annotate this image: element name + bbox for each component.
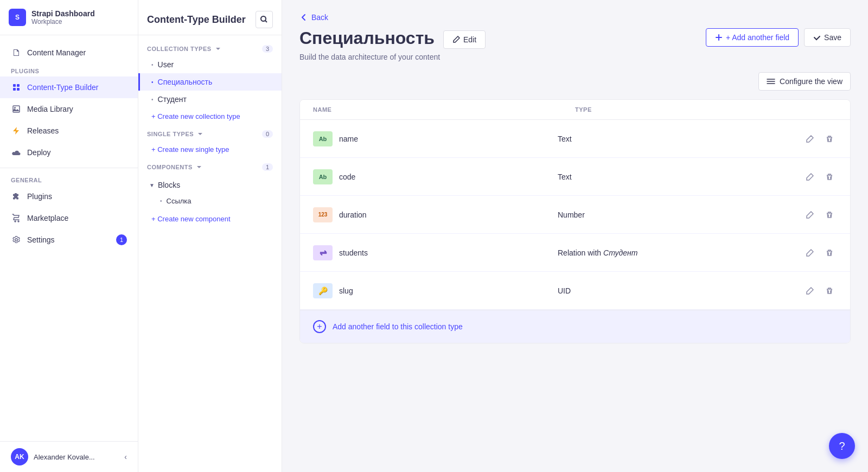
field-badge-text: Ab <box>313 169 333 184</box>
user-name: Alexander Kovale... <box>34 453 119 461</box>
delete-field-button[interactable] <box>822 283 837 298</box>
bullet-icon: • <box>151 79 154 85</box>
field-type: Relation with Студент <box>558 248 802 257</box>
add-field-button[interactable]: + Add another field <box>706 28 799 47</box>
sidebar-item-releases[interactable]: Releases <box>0 120 138 142</box>
configure-view-label: Configure the view <box>780 77 843 86</box>
sidebar-header: S Strapi Dashboard Workplace <box>0 0 138 35</box>
table-row: Ab name Text <box>300 120 850 158</box>
row-actions <box>802 283 837 298</box>
cart-icon <box>11 213 22 224</box>
title-block: Специальность Edit Build the data archit… <box>299 28 706 61</box>
component-group-toggle[interactable]: ▼ Blocks <box>138 176 282 194</box>
row-actions <box>802 207 837 222</box>
ctb-item-user[interactable]: • User <box>138 56 282 73</box>
components-label: COMPONENTS <box>147 164 202 170</box>
create-single-link[interactable]: + Create new single type <box>138 141 282 158</box>
bullet-icon: • <box>160 198 162 204</box>
general-section-label: GENERAL <box>0 173 138 186</box>
app-logo: S <box>9 9 26 26</box>
sidebar-nav: Content Manager PLUGINS Content-Type Bui… <box>0 35 138 441</box>
back-label: Back <box>311 13 328 22</box>
edit-field-button[interactable] <box>802 283 818 298</box>
sidebar-item-plugins[interactable]: Plugins <box>0 186 138 207</box>
puzzle-icon <box>11 82 22 93</box>
single-types-section: SINGLE TYPES 0 <box>138 125 282 141</box>
field-name-cell: ⇌ students <box>313 245 558 260</box>
sidebar-item-content-manager[interactable]: Content Manager <box>0 42 138 63</box>
ctb-search-button[interactable] <box>256 11 273 28</box>
page-header: Специальность Edit Build the data archit… <box>299 28 851 61</box>
add-field-footer[interactable]: + Add another field to this collection t… <box>300 310 850 343</box>
sidebar: S Strapi Dashboard Workplace Content Man… <box>0 0 138 472</box>
sidebar-item-settings[interactable]: Settings 1 <box>0 229 138 251</box>
avatar: AK <box>11 448 28 465</box>
edit-field-button[interactable] <box>802 131 818 146</box>
sidebar-item-content-type-builder[interactable]: Content-Type Builder <box>0 76 138 98</box>
sidebar-item-deploy[interactable]: Deploy <box>0 142 138 163</box>
ctb-title: Content-Type Builder <box>147 14 246 25</box>
main-content: Back Специальность Edit Build the data a… <box>282 0 868 472</box>
col-name-header: NAME <box>313 106 575 113</box>
edit-button[interactable]: Edit <box>443 30 486 49</box>
delete-field-button[interactable] <box>822 169 837 184</box>
configure-view-button[interactable]: Configure the view <box>758 72 851 91</box>
fields-table: NAME TYPE Ab name Text <box>299 99 851 343</box>
delete-field-button[interactable] <box>822 131 837 146</box>
create-component-link[interactable]: + Create new component <box>138 211 282 227</box>
field-name: slug <box>339 286 353 295</box>
single-types-label: SINGLE TYPES <box>147 131 203 137</box>
ctb-item-student[interactable]: • Студент <box>138 91 282 108</box>
bullet-icon: • <box>151 97 154 103</box>
page-title: Специальность <box>299 28 435 48</box>
components-count: 1 <box>262 163 273 171</box>
collection-types-count: 3 <box>262 45 273 53</box>
edit-field-button[interactable] <box>802 207 818 222</box>
sidebar-item-label: Content-Type Builder <box>27 83 99 92</box>
field-name: code <box>339 173 355 181</box>
table-row: Ab code Text <box>300 158 850 196</box>
field-badge-number: 123 <box>313 207 333 222</box>
help-fab[interactable]: ? <box>829 433 855 459</box>
table-row: 123 duration Number <box>300 196 850 234</box>
image-icon <box>11 104 22 114</box>
app-name: Strapi Dashboard <box>31 9 95 18</box>
sidebar-item-label: Media Library <box>27 105 73 113</box>
col-type-header: TYPE <box>575 106 837 113</box>
table-row: 🔑 slug UID <box>300 272 850 310</box>
save-button[interactable]: Save <box>804 28 851 47</box>
ctb-item-specialnost[interactable]: • Специальность <box>138 73 282 91</box>
app-workspace: Workplace <box>31 18 95 25</box>
collection-types-section: COLLECTION TYPES 3 <box>138 40 282 56</box>
table-header: NAME TYPE <box>300 100 850 120</box>
sidebar-footer: AK Alexander Kovale... ‹ <box>0 441 138 472</box>
field-type: Text <box>558 173 802 181</box>
field-name-cell: Ab name <box>313 131 558 146</box>
sidebar-item-label: Marketplace <box>27 214 68 222</box>
field-badge-relation: ⇌ <box>313 245 333 260</box>
collapse-button[interactable]: ‹ <box>124 452 127 461</box>
component-group-blocks: ▼ Blocks • Ссылка <box>138 174 282 211</box>
field-type: Text <box>558 135 802 143</box>
field-name: name <box>339 135 358 143</box>
sidebar-item-label: Settings <box>27 235 55 244</box>
edit-field-button[interactable] <box>802 245 818 260</box>
edit-field-button[interactable] <box>802 169 818 184</box>
ctb-panel: Content-Type Builder COLLECTION TYPES 3 … <box>138 0 282 472</box>
bullet-icon: • <box>151 62 154 68</box>
field-name: students <box>339 248 368 257</box>
components-section: COMPONENTS 1 <box>138 158 282 174</box>
sidebar-item-media-library[interactable]: Media Library <box>0 98 138 120</box>
component-subitem-ssylka[interactable]: • Ссылка <box>138 194 282 208</box>
collection-types-label: COLLECTION TYPES <box>147 46 221 52</box>
single-types-count: 0 <box>262 130 273 138</box>
field-name-cell: 🔑 slug <box>313 283 558 298</box>
svg-rect-3 <box>17 88 20 91</box>
delete-field-button[interactable] <box>822 245 837 260</box>
bolt-icon <box>11 125 22 136</box>
create-collection-link[interactable]: + Create new collection type <box>138 108 282 125</box>
back-button[interactable]: Back <box>299 13 851 22</box>
row-actions <box>802 131 837 146</box>
delete-field-button[interactable] <box>822 207 837 222</box>
sidebar-item-marketplace[interactable]: Marketplace <box>0 207 138 229</box>
